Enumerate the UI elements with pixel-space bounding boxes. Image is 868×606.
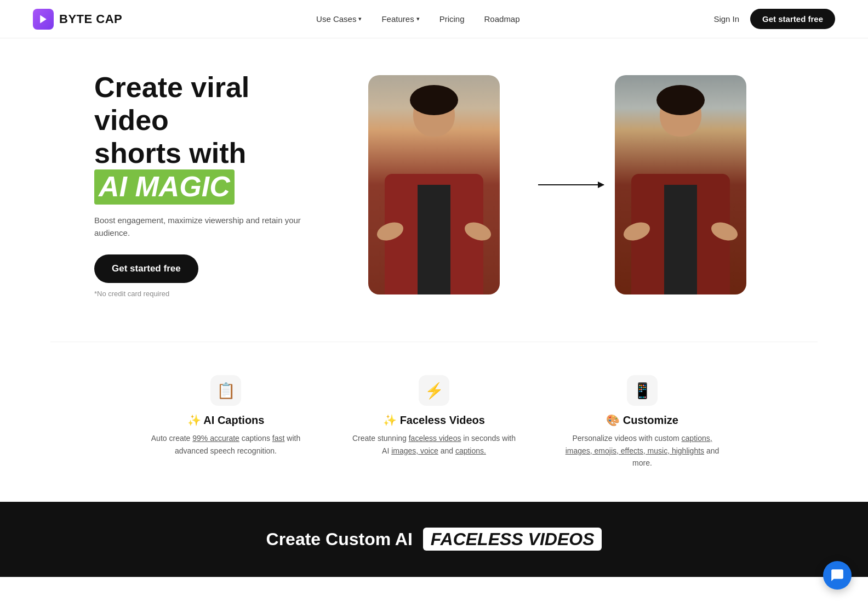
captions-icon: 📋 [216, 382, 236, 400]
feature-title-customize: 🎨 Customize [560, 414, 724, 427]
phone-icon: 📱 [633, 382, 652, 400]
after-video-frame: HAS [615, 75, 746, 294]
svg-marker-0 [40, 15, 47, 23]
feature-desc-captions: Auto create 99% accurate captions fast w… [144, 432, 308, 457]
faceless-highlight: FACELESS VIDEOS [423, 528, 602, 551]
nav-pricing[interactable]: Pricing [439, 14, 465, 24]
no-credit-card-text: *No credit card required [94, 290, 324, 298]
sparkle-icon-2: ✨ [383, 414, 400, 426]
bottom-title: Create Custom AI FACELESS VIDEOS [44, 529, 824, 550]
feature-faceless-videos: ⚡ ✨ Faceless Videos Create stunning face… [352, 375, 516, 469]
lightning-icon: ⚡ [425, 382, 444, 400]
nav-use-cases[interactable]: Use Cases ▾ [316, 14, 362, 24]
hero-subtitle: Boost engagement, maximize viewership an… [94, 214, 324, 239]
faceless-link[interactable]: faceless videos [409, 434, 461, 443]
feature-desc-customize: Personalize videos with custom captions,… [560, 432, 724, 469]
hero-left: Create viral video shorts with AI MAGIC … [94, 71, 324, 298]
feature-title-faceless: ✨ Faceless Videos [352, 414, 516, 427]
hero-section: Create viral video shorts with AI MAGIC … [0, 38, 868, 342]
captions-link[interactable]: captions. [455, 446, 486, 455]
ai-features-link[interactable]: images, voice [391, 446, 438, 455]
chat-icon [830, 568, 844, 577]
after-video: HAS [615, 75, 774, 294]
customize-options-link[interactable]: captions, images, emojis, effects, music… [566, 434, 712, 455]
chevron-down-icon: ▾ [358, 15, 362, 22]
hero-highlight: AI MAGIC [94, 169, 235, 205]
logo[interactable]: BYTE CAP [33, 9, 122, 30]
logo-icon [33, 9, 54, 30]
accuracy-link[interactable]: 99% accurate [192, 434, 239, 443]
hero-title: Create viral video shorts with AI MAGIC [94, 71, 324, 205]
hero-right: HAS [368, 75, 774, 294]
bottom-section: Create Custom AI FACELESS VIDEOS [0, 502, 868, 577]
nav-features[interactable]: Features ▾ [381, 14, 419, 24]
fast-link[interactable]: fast [272, 434, 285, 443]
before-video [368, 75, 527, 294]
play-icon [38, 14, 49, 25]
chevron-down-icon: ▾ [416, 15, 420, 22]
logo-text: BYTE CAP [59, 12, 122, 26]
nav-actions: Sign In Get started free [713, 9, 835, 29]
feature-customize: 📱 🎨 Customize Personalize videos with cu… [560, 375, 724, 469]
nav-cta-button[interactable]: Get started free [750, 9, 835, 29]
feature-icon-customize: 📱 [627, 375, 658, 406]
hero-cta-button[interactable]: Get started free [94, 254, 198, 283]
arrow-line [538, 184, 604, 185]
feature-title-captions: ✨ AI Captions [144, 414, 308, 427]
feature-ai-captions: 📋 ✨ AI Captions Auto create 99% accurate… [144, 375, 308, 469]
before-video-frame [368, 75, 500, 294]
feature-desc-faceless: Create stunning faceless videos in secon… [352, 432, 516, 457]
sparkle-icon: ✨ [187, 414, 204, 426]
features-section: 📋 ✨ AI Captions Auto create 99% accurate… [0, 342, 868, 502]
nav-links: Use Cases ▾ Features ▾ Pricing Roadmap [316, 14, 519, 24]
palette-icon: 🎨 [606, 414, 623, 426]
arrow-connector [527, 184, 615, 185]
nav-roadmap[interactable]: Roadmap [484, 14, 520, 24]
navigation: BYTE CAP Use Cases ▾ Features ▾ Pricing … [0, 0, 868, 38]
feature-icon-faceless: ⚡ [419, 375, 449, 406]
sign-in-button[interactable]: Sign In [713, 14, 739, 24]
feature-icon-captions: 📋 [210, 375, 241, 406]
